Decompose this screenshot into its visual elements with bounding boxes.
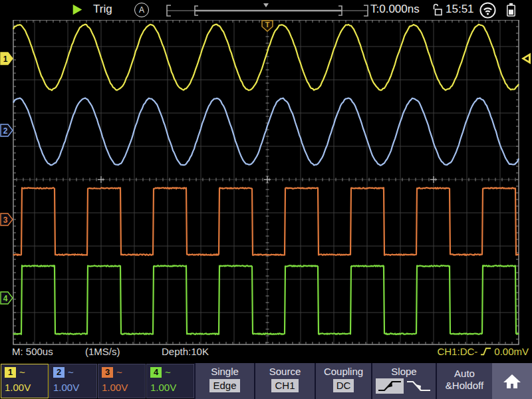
source-label: Source (255, 366, 315, 377)
channel-3-trace (13, 188, 519, 255)
channel-box-1[interactable]: 1 ~ 1.00V (1, 364, 49, 398)
trigger-source-button[interactable]: Source CH1 (254, 363, 315, 399)
auto-trigger-letter: A (139, 5, 144, 15)
channel-1-scale-value: 1.00V (5, 382, 31, 393)
channel-box-2[interactable]: 2 ~ 1.00V (49, 364, 97, 398)
channel-1-marker-number: 1 (3, 55, 8, 64)
trigger-coupling-button[interactable]: Coupling DC (315, 363, 371, 399)
trigger-mode-single-button[interactable]: Single Edge (194, 363, 254, 399)
channel-4-scale-value: 1.00V (150, 382, 176, 393)
falling-slope-icon[interactable] (406, 378, 432, 394)
channel-2-number-badge: 2 (53, 367, 65, 378)
horizontal-position-indicator[interactable] (165, 1, 371, 18)
sample-rate-label: (1MS/s) (85, 346, 120, 357)
channel-3-marker-number: 3 (3, 215, 8, 225)
trigger-position-letter: T (265, 21, 270, 29)
channel-1-coupling-indicator: ~ (19, 366, 25, 378)
channel-3-coupling-indicator: ~ (116, 366, 122, 378)
slope-label: Slope (372, 366, 436, 377)
channel-4-number-badge: 4 (150, 367, 162, 378)
scope-display: 1234T (0, 0, 532, 363)
auto-trigger-mode-icon: A (134, 3, 149, 17)
channel-1-number-badge: 1 (5, 367, 16, 378)
window-position-marker[interactable] (263, 3, 269, 7)
top-bar: Trig A T:0.000ns 15:51 (0, 0, 532, 20)
auto-label: Auto (437, 368, 492, 379)
soft-menu: Single Edge Source CH1 Coupling DC Slope (194, 363, 492, 399)
auto-holdoff-button[interactable]: Auto &Holdoff (436, 363, 492, 399)
channel-4-marker-number: 4 (3, 294, 8, 303)
channel-box-3[interactable]: 3 ~ 1.00V (98, 364, 146, 398)
channel-3-scale-value: 1.00V (102, 382, 128, 393)
timebase-label: M: 500us (12, 346, 53, 357)
coupling-value-chip: DC (333, 379, 354, 392)
oscilloscope-screen: 1234T Trig A T:0.000ns 15:51 (0, 0, 532, 399)
channel-3-number-badge: 3 (102, 367, 113, 378)
coupling-label: Coupling (316, 366, 371, 377)
channel-2-scale-value: 1.00V (53, 382, 79, 393)
trigger-info: CH1:DC- 0.00mV (437, 346, 529, 357)
trigger-level-value: 0.00mV (494, 346, 529, 357)
channel-2-coupling-indicator: ~ (68, 366, 74, 378)
trig-label: Trig (93, 3, 112, 16)
channel-2-marker-number: 2 (3, 126, 8, 136)
depth-label: Depth:10K (162, 346, 209, 357)
clock-label: 15:51 (446, 3, 474, 16)
holdoff-label: &Holdoff (437, 380, 492, 391)
trigger-time-offset-label: T:0.000ns (370, 3, 420, 16)
unlock-icon[interactable] (433, 3, 442, 16)
channel-2-trace (13, 98, 519, 165)
battery-icon (506, 3, 516, 17)
home-button[interactable] (492, 363, 532, 399)
rising-slope-icon-selected[interactable] (376, 378, 404, 394)
trigger-source-coupling-label: CH1:DC- (437, 346, 477, 357)
channel-4-coupling-indicator: ~ (165, 366, 171, 378)
source-value-chip: CH1 (271, 379, 298, 392)
wifi-icon[interactable] (479, 1, 497, 19)
home-icon (502, 372, 522, 390)
run-play-icon (72, 3, 83, 16)
channel-box-4[interactable]: 4 ~ 1.00V (146, 364, 194, 398)
channel-1-trace (13, 25, 519, 90)
rising-edge-icon (479, 346, 492, 357)
single-label: Single (196, 366, 254, 377)
edge-value-chip: Edge (209, 379, 239, 392)
trigger-slope-button[interactable]: Slope (371, 363, 436, 399)
